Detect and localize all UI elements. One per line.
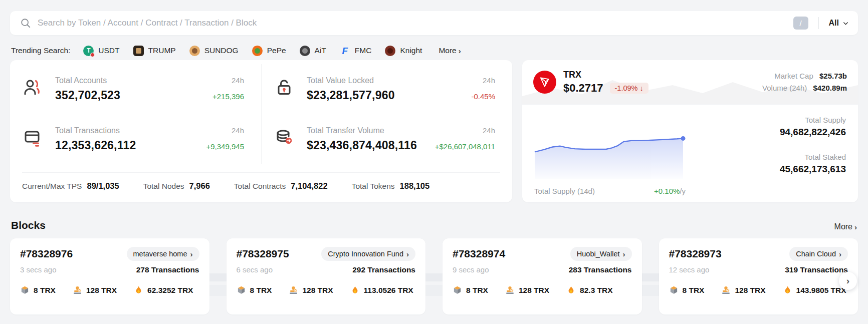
trending-more-label: More bbox=[439, 46, 456, 55]
block-card: #78328975 Crypto Innovation Fund › 6 sec… bbox=[227, 238, 426, 314]
stat-total-accounts: Total Accounts 352,702,523 24h +215,396 bbox=[10, 64, 261, 114]
block-reward-stat: 8 TRX bbox=[237, 285, 272, 295]
stat-change: +215,396 bbox=[212, 92, 244, 101]
trending-search-label: Trending Search: bbox=[11, 46, 70, 55]
market-cap-value: $25.73b bbox=[819, 72, 847, 80]
search-filter-label: All bbox=[829, 19, 839, 28]
block-number-link[interactable]: #78328974 bbox=[453, 248, 505, 260]
cube-icon bbox=[669, 285, 679, 295]
search-filter-dropdown[interactable]: All bbox=[829, 19, 849, 28]
trending-token-label: SUNDOG bbox=[204, 46, 239, 55]
keyboard-shortcut-badge: / bbox=[793, 17, 808, 30]
stamp-icon bbox=[73, 285, 82, 295]
trx-header: TRX $0.2717 -1.09% ↓ Market Cap $25.73b … bbox=[522, 60, 858, 105]
footer-stat-label: Total Tokens bbox=[352, 182, 395, 191]
block-producer-pill[interactable]: metaverse home › bbox=[127, 247, 199, 261]
sparkline-caption-row: Total Supply (14d) +0.10%/y bbox=[534, 187, 686, 195]
stat-total-value-locked: Total Value Locked $23,281,577,960 24h -… bbox=[261, 64, 512, 114]
block-vote-stat: 128 TRX bbox=[289, 285, 333, 295]
stats-grid: Total Accounts 352,702,523 24h +215,396 … bbox=[10, 60, 512, 164]
supply-sparkline-chart bbox=[534, 123, 686, 179]
ait-token-icon bbox=[300, 46, 310, 56]
chevron-right-icon: › bbox=[839, 250, 841, 258]
trending-token-knight[interactable]: Knight bbox=[385, 46, 422, 56]
footer-stat-tokens: Total Tokens 188,105 bbox=[352, 181, 430, 191]
trending-token-trump[interactable]: TRUMP bbox=[133, 46, 176, 56]
search-divider bbox=[818, 17, 819, 29]
trx-body: Total Supply 94,682,822,426 Total Staked… bbox=[522, 105, 858, 202]
total-supply-block: Total Supply 94,682,822,426 bbox=[780, 116, 846, 138]
block-burned-amount: 62.3252 TRX bbox=[147, 286, 193, 295]
tron-logo bbox=[533, 71, 556, 94]
cube-icon bbox=[453, 285, 462, 295]
sundog-token-icon bbox=[189, 46, 200, 56]
blocks-next-button[interactable]: › bbox=[839, 272, 857, 290]
chevron-right-icon: › bbox=[190, 250, 193, 258]
block-vote-stat: 128 TRX bbox=[721, 285, 765, 295]
footer-stat-value: 89/1,035 bbox=[87, 181, 119, 191]
block-number-link[interactable]: #78328975 bbox=[237, 248, 289, 260]
chevron-right-icon: › bbox=[623, 250, 625, 258]
blocks-more-button[interactable]: More › bbox=[834, 222, 857, 231]
blocks-more-label: More bbox=[834, 222, 852, 231]
block-producer-pill[interactable]: Huobi_Wallet › bbox=[570, 247, 632, 261]
trending-token-label: Knight bbox=[400, 46, 422, 55]
trending-search-row: Trending Search: TUSDTTRUMPSUNDOGPePeAiT… bbox=[11, 44, 461, 57]
stat-total-transfer-volume: Total Transfer Volume $23,436,874,408,11… bbox=[261, 114, 512, 164]
block-vote-stat: 128 TRX bbox=[505, 285, 549, 295]
stat-period: 24h bbox=[212, 76, 244, 85]
footer-stat-label: Current/Max TPS bbox=[22, 182, 82, 191]
trending-token-label: FMC bbox=[355, 46, 372, 55]
flame-icon bbox=[566, 285, 576, 295]
block-vote-amount: 128 TRX bbox=[86, 286, 117, 295]
block-vote-amount: 128 TRX bbox=[519, 286, 549, 295]
block-producer-name: Chain Cloud bbox=[796, 250, 836, 258]
stat-label: Total Transactions bbox=[55, 126, 206, 135]
total-staked-block: Total Staked 45,662,173,613 bbox=[780, 153, 846, 175]
block-burned-stat: 143.9805 TRX bbox=[783, 285, 846, 295]
footer-stat-label: Total Contracts bbox=[234, 182, 286, 191]
stat-value: $23,436,874,408,116 bbox=[307, 139, 435, 152]
network-stats-card: Total Accounts 352,702,523 24h +215,396 … bbox=[10, 60, 512, 202]
total-staked-value: 45,662,173,613 bbox=[780, 164, 846, 175]
block-producer-pill[interactable]: Chain Cloud › bbox=[789, 247, 848, 261]
stat-label: Total Transfer Volume bbox=[307, 126, 435, 135]
trending-token-sundog[interactable]: SUNDOG bbox=[189, 46, 239, 56]
stat-label: Total Value Locked bbox=[307, 76, 471, 85]
stat-label: Total Accounts bbox=[55, 76, 212, 85]
sparkline-change-value: +0.10% bbox=[654, 187, 680, 195]
block-producer-name: metaverse home bbox=[133, 250, 187, 258]
block-number-link[interactable]: #78328973 bbox=[669, 248, 722, 260]
stamp-icon bbox=[289, 285, 298, 295]
stat-value: 12,353,626,112 bbox=[55, 139, 206, 152]
block-burned-amount: 82.3 TRX bbox=[580, 286, 612, 295]
stat-change: -0.45% bbox=[471, 92, 495, 101]
search-input[interactable] bbox=[38, 18, 793, 28]
trending-more-button[interactable]: More › bbox=[439, 46, 461, 55]
stat-total-transactions: Total Transactions 12,353,626,112 24h +9… bbox=[10, 114, 261, 164]
stat-value: $23,281,577,960 bbox=[307, 89, 471, 102]
trending-token-ait[interactable]: AiT bbox=[300, 46, 326, 56]
accounts-icon bbox=[23, 78, 42, 97]
trx-market-info: Market Cap $25.73b Volume (24h) $420.89m bbox=[762, 70, 847, 94]
trending-token-pepe[interactable]: PePe bbox=[252, 46, 286, 56]
block-burned-amount: 113.0526 TRX bbox=[364, 286, 413, 295]
footer-stat-label: Total Nodes bbox=[143, 182, 184, 191]
fmc-token-icon: F bbox=[340, 46, 350, 56]
trending-token-fmc[interactable]: FFMC bbox=[340, 46, 372, 56]
total-supply-label: Total Supply bbox=[780, 116, 846, 124]
sparkline-change-suffix: /y bbox=[680, 187, 686, 195]
stamp-icon bbox=[721, 285, 731, 295]
cube-icon bbox=[237, 285, 246, 295]
stat-period: 24h bbox=[206, 126, 245, 135]
trending-token-usdt[interactable]: TUSDT bbox=[83, 46, 119, 56]
chevron-down-icon bbox=[842, 20, 849, 27]
block-number-link[interactable]: #78328976 bbox=[20, 248, 73, 260]
block-transaction-count: 283 Transactions bbox=[569, 265, 632, 274]
block-producer-pill[interactable]: Crypto Innovation Fund › bbox=[321, 247, 415, 261]
tronscan-dashboard: / All Trending Search: TUSDTTRUMPSUNDOGP… bbox=[0, 0, 868, 324]
block-reward-stat: 8 TRX bbox=[20, 285, 56, 295]
block-card: #78328976 metaverse home › 3 secs ago 27… bbox=[10, 238, 209, 314]
chevron-right-icon: › bbox=[854, 223, 857, 231]
search-bar: / All bbox=[10, 11, 858, 35]
